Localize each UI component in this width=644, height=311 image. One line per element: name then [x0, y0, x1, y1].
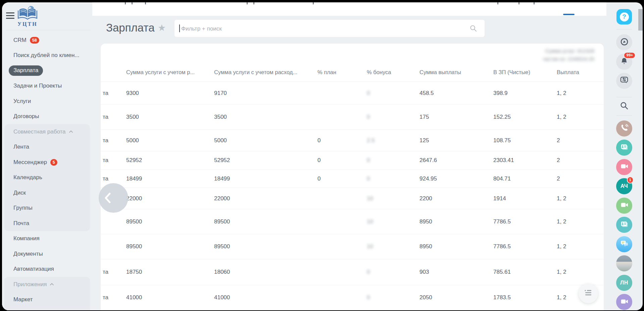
idcard-icon — [620, 219, 629, 230]
table-row[interactable]: 89500895001089507786.51, 2 — [101, 209, 604, 234]
notification-badge: 5 — [50, 159, 57, 166]
timeman-button[interactable] — [616, 34, 632, 50]
cell-value-blurred: 0 — [367, 175, 370, 182]
table-row[interactable]: та930091700458.5398.91, 2 — [101, 82, 604, 104]
cell-value: 785.61 — [493, 269, 511, 275]
sidebar-group-header[interactable]: Совместная работа — [4, 124, 90, 140]
video-chat[interactable] — [616, 294, 632, 310]
column-header[interactable]: Сумма услуги с учетом р... — [126, 69, 195, 75]
grid-settings-button[interactable] — [579, 284, 598, 303]
contacts-chat[interactable] — [616, 217, 632, 233]
sidebar-item[interactable]: Маркет — [4, 292, 90, 308]
favorite-star-icon[interactable] — [158, 22, 166, 33]
sidebar-item[interactable]: CRM58 — [2, 33, 92, 48]
cell-value: 2 — [557, 137, 560, 144]
cell-value: 18499 — [214, 175, 230, 182]
search-icon — [620, 101, 629, 111]
table-row[interactable]: 220002200010220019141, 2 — [101, 188, 604, 209]
sidebar-item[interactable]: Лента — [4, 140, 90, 155]
clipped-tab-text — [518, 2, 519, 4]
table-row[interactable]: та5000500002.5125108.752 — [101, 129, 604, 151]
cell-value-blurred: 10 — [367, 195, 373, 202]
table-row[interactable]: та184991849900924.95804.712 — [101, 169, 604, 188]
hamburger-menu-icon[interactable] — [6, 12, 14, 20]
cell-value: 1, 2 — [557, 294, 566, 301]
user-chat[interactable]: ЛН — [616, 275, 632, 291]
logo[interactable]: УЦТН — [15, 5, 40, 27]
chat-arrows-icon — [620, 75, 629, 86]
videocam-icon — [620, 162, 629, 172]
cell-value-blurred: 0 — [367, 90, 370, 97]
cell-value-blurred: 0 — [367, 157, 370, 164]
search-icon[interactable] — [469, 24, 477, 34]
user-chat[interactable]: АЧ1 — [616, 178, 632, 194]
help-button[interactable]: ? — [616, 9, 632, 24]
contacts-chat[interactable] — [616, 140, 632, 156]
cell-value: 1, 2 — [557, 243, 566, 250]
sidebar-item[interactable]: Услуги — [2, 94, 92, 109]
table-row[interactable]: та4100041000020501783.51, 2 — [101, 285, 604, 310]
cell-value: 2647.6 — [419, 157, 437, 164]
top-navigation-bar — [92, 2, 606, 16]
cell-value: 1, 2 — [557, 218, 566, 225]
sidebar-menu: CRM58Поиск дублей по клиен...ЗарплатаЗад… — [2, 33, 92, 310]
sidebar-item[interactable]: Мессенджер5 — [4, 155, 90, 170]
messenger-button[interactable] — [616, 73, 632, 89]
sidebar-item[interactable]: Документы — [2, 246, 92, 262]
column-header[interactable]: % план — [317, 69, 336, 75]
table-row[interactable]: та5295252952002647.62303.412 — [101, 151, 604, 169]
sidebar-item[interactable]: Компания — [2, 231, 92, 247]
cell-value: 52952 — [214, 157, 230, 164]
video-chat[interactable] — [616, 198, 632, 214]
page-title: Зарплата — [106, 21, 155, 34]
column-header[interactable]: Выплата — [557, 69, 579, 75]
cell-value: 9170 — [214, 90, 227, 97]
sidebar-section: CRM58Поиск дублей по клиен...ЗарплатаЗад… — [2, 33, 92, 124]
cell-value: 18499 — [126, 175, 142, 182]
column-header[interactable]: % бонуса — [367, 69, 391, 75]
sidebar-item[interactable]: Автоматизация — [2, 262, 92, 277]
clipped-tab-text — [253, 2, 254, 4]
cell-value: 0 — [317, 175, 320, 182]
cell-value: 52952 — [126, 157, 142, 164]
active-tab-indicator — [563, 14, 575, 15]
notifications-button[interactable]: 99+ — [616, 54, 632, 70]
cell-value: 18750 — [126, 269, 142, 275]
table-body: та930091700458.5398.91, 2та3500350001751… — [101, 82, 604, 310]
sidebar-item[interactable]: Группы — [4, 201, 90, 216]
rail-search-button[interactable] — [620, 102, 629, 111]
scrollbar-thumb[interactable] — [638, 9, 643, 31]
sidebar-item[interactable]: Поиск дублей по клиен... — [2, 48, 92, 63]
table-row[interactable]: та350035000175152.251, 2 — [101, 104, 604, 129]
avatar-initials: ЛН — [620, 280, 628, 286]
cell-value: 89500 — [214, 218, 230, 225]
cell-value: 9300 — [126, 90, 139, 97]
video-chat[interactable] — [616, 159, 632, 175]
column-header[interactable]: Сумма выплаты — [419, 69, 461, 75]
sidebar-item[interactable]: Договоры — [2, 109, 92, 124]
cell-value: 1, 2 — [557, 114, 566, 120]
cell-value: 41000 — [126, 294, 142, 301]
sidebar-item[interactable]: Почта — [4, 216, 90, 231]
table-row[interactable]: 89500895001089507786.51, 2 — [101, 234, 604, 259]
call-chat[interactable] — [616, 120, 632, 137]
collapse-panel-button[interactable] — [99, 183, 128, 213]
clipped-tab-text — [247, 2, 248, 4]
cell-value: 7786.5 — [493, 218, 511, 225]
cell-value-blurred: 2.5 — [367, 137, 375, 144]
user-avatar[interactable] — [616, 255, 632, 271]
sidebar-item[interactable]: Календарь — [4, 170, 90, 186]
sidebar-group-header[interactable]: Приложения — [4, 277, 90, 292]
sidebar-item[interactable]: Диск — [4, 185, 90, 201]
filter-search-input[interactable] — [181, 20, 457, 38]
sidebar-item[interactable]: Задачи и Проекты — [2, 79, 92, 94]
table-row[interactable]: та18750180600903785.611, 2 — [101, 259, 604, 285]
rail-divider — [616, 29, 632, 30]
column-header[interactable]: Сумма услуги с учетом расход... — [214, 69, 297, 75]
sidebar-item[interactable]: Зарплата — [2, 63, 92, 79]
cell-value: 458.5 — [419, 90, 434, 97]
cell-value: 3500 — [214, 114, 227, 120]
chat-bubbles-icon — [619, 239, 629, 250]
group-chat[interactable] — [616, 236, 632, 252]
column-header[interactable]: В ЗП (Чистые) — [493, 69, 530, 75]
